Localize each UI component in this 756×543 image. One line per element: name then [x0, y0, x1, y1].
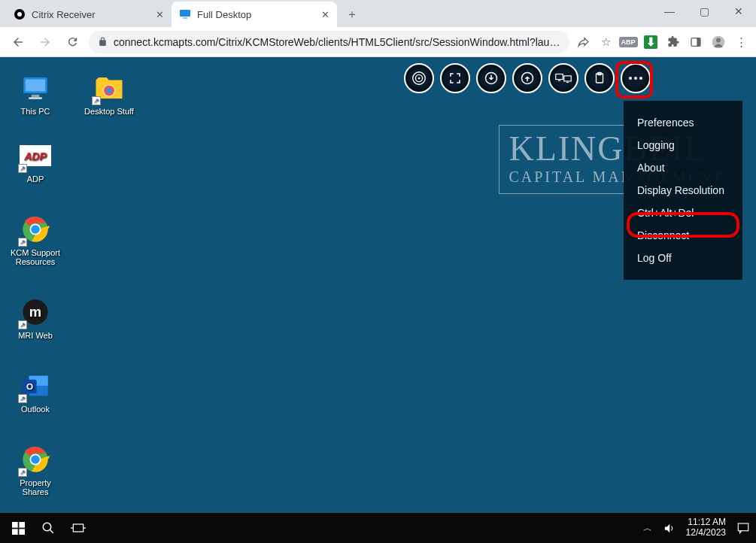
svg-rect-2: [180, 10, 190, 17]
svg-rect-5: [697, 38, 700, 46]
clock-time: 11:12 AM: [686, 517, 726, 528]
tab-strip: Citrix Receiver ✕ Full Desktop ✕ ＋: [6, 0, 363, 27]
desktop-icon-this-pc[interactable]: This PC: [9, 72, 62, 116]
clipboard-icon[interactable]: [584, 63, 615, 93]
icon-label: KCM Support Resources: [9, 248, 62, 266]
desktop-icons-row: This PC ↗ Desktop Stuff: [9, 72, 135, 116]
svg-rect-3: [183, 17, 187, 19]
desktop-icons-column: ADP ↗ ADP ↗ KCM Support Resources m ↗ MR…: [9, 140, 62, 496]
desktop-icon-outlook[interactable]: O ↗ Outlook: [9, 370, 62, 414]
svg-point-47: [43, 523, 51, 531]
download-icon[interactable]: [476, 63, 506, 93]
mri-icon: m ↗: [20, 296, 51, 328]
menu-display-resolution[interactable]: Display Resolution: [624, 179, 742, 202]
svg-line-48: [50, 529, 53, 533]
tab-label: Full Desktop: [197, 9, 251, 20]
outlook-icon: O ↗: [20, 370, 51, 402]
svg-text:ADP: ADP: [23, 150, 47, 162]
toolbar-extensions: ☆ ABP ⬇ ⋮: [575, 35, 748, 50]
this-pc-icon: [20, 72, 51, 104]
citrix-favicon-icon: [14, 8, 26, 20]
shortcut-arrow-icon: ↗: [18, 394, 27, 403]
icon-label: Outlook: [21, 405, 50, 414]
new-tab-button[interactable]: ＋: [342, 4, 363, 25]
action-center-icon[interactable]: [736, 521, 750, 535]
close-window-button[interactable]: ✕: [721, 0, 756, 23]
svg-text:m: m: [29, 304, 41, 320]
svg-text:O: O: [26, 381, 33, 391]
svg-rect-9: [26, 80, 45, 92]
icon-label: MRI Web: [18, 331, 53, 340]
shortcut-arrow-icon: ↗: [18, 320, 27, 329]
remote-desktop-viewport: This PC ↗ Desktop Stuff ADP ↗ ADP ↗ KCM …: [0, 57, 756, 543]
svg-rect-35: [564, 76, 571, 81]
windows-taskbar: ︿ 11:12 AM 12/4/2023: [0, 513, 756, 543]
svg-point-1: [17, 12, 22, 17]
svg-point-14: [107, 88, 112, 93]
reload-button[interactable]: [62, 32, 83, 53]
desktop-icon-kcm-support[interactable]: ↗ KCM Support Resources: [9, 214, 62, 266]
svg-rect-45: [12, 529, 18, 535]
multi-monitor-icon[interactable]: [548, 63, 578, 93]
icon-label: Property Shares: [9, 478, 62, 496]
omnibox[interactable]: connect.kcmapts.com/Citrix/KCMStoreWeb/c…: [89, 31, 569, 53]
svg-rect-10: [32, 95, 40, 98]
extensions-puzzle-icon[interactable]: [666, 35, 681, 50]
maximize-button[interactable]: ▢: [687, 0, 721, 23]
speaker-icon[interactable]: [663, 522, 676, 535]
citrix-more-menu: Preferences Logging About Display Resolu…: [624, 101, 742, 280]
menu-logging[interactable]: Logging: [624, 134, 742, 156]
menu-preferences[interactable]: Preferences: [624, 111, 742, 134]
svg-point-28: [31, 455, 40, 464]
abp-extension-icon[interactable]: ABP: [621, 35, 636, 50]
tab-full-desktop[interactable]: Full Desktop ✕: [172, 2, 337, 27]
folder-chrome-icon: ↗: [93, 72, 125, 104]
desktop-icon-mri-web[interactable]: m ↗ MRI Web: [9, 296, 62, 340]
forward-button[interactable]: [35, 32, 56, 53]
tray-chevron-icon[interactable]: ︿: [643, 522, 652, 535]
system-clock[interactable]: 11:12 AM 12/4/2023: [686, 517, 726, 538]
share-icon[interactable]: [575, 35, 591, 50]
annotation-more-highlight: [615, 61, 653, 99]
svg-point-31: [418, 77, 421, 80]
svg-rect-49: [73, 524, 83, 532]
chrome-icon: ↗: [20, 444, 51, 475]
minimize-button[interactable]: —: [652, 0, 687, 23]
shortcut-arrow-icon: ↗: [18, 164, 27, 173]
svg-rect-34: [556, 74, 563, 80]
search-icon[interactable]: [41, 520, 56, 535]
download-extension-icon[interactable]: ⬇: [643, 35, 658, 50]
clock-date: 12/4/2023: [686, 528, 726, 538]
citrix-home-icon[interactable]: [404, 63, 434, 93]
side-panel-icon[interactable]: [688, 35, 703, 50]
icon-label: This PC: [20, 107, 50, 116]
tab-label: Citrix Receiver: [32, 9, 96, 20]
window-controls: — ▢ ✕: [652, 0, 756, 23]
close-icon[interactable]: ✕: [156, 9, 164, 20]
icon-label: ADP: [27, 174, 44, 184]
star-icon[interactable]: ☆: [598, 35, 613, 50]
url-text: connect.kcmapts.com/Citrix/KCMStoreWeb/c…: [114, 36, 560, 48]
profile-avatar-icon[interactable]: [711, 35, 726, 50]
shortcut-arrow-icon: ↗: [18, 468, 27, 477]
monitor-favicon-icon: [179, 8, 191, 20]
svg-point-7: [716, 38, 721, 42]
fullscreen-icon[interactable]: [440, 63, 470, 93]
svg-rect-43: [12, 522, 18, 528]
tab-citrix-receiver[interactable]: Citrix Receiver ✕: [6, 2, 172, 27]
chrome-menu-icon[interactable]: ⋮: [733, 35, 748, 50]
menu-about[interactable]: About: [624, 156, 742, 179]
start-button[interactable]: [11, 520, 26, 535]
svg-rect-11: [29, 97, 42, 99]
back-button[interactable]: [8, 32, 29, 53]
task-view-icon[interactable]: [71, 520, 86, 535]
desktop-icon-adp[interactable]: ADP ↗ ADP: [9, 140, 62, 184]
desktop-icon-desktop-stuff[interactable]: ↗ Desktop Stuff: [83, 72, 135, 116]
desktop-icon-property-shares[interactable]: ↗ Property Shares: [9, 444, 62, 496]
menu-logoff[interactable]: Log Off: [624, 247, 742, 269]
citrix-toolbar: [404, 63, 651, 93]
close-icon[interactable]: ✕: [321, 9, 329, 20]
svg-rect-44: [19, 522, 25, 528]
address-bar-row: connect.kcmapts.com/Citrix/KCMStoreWeb/c…: [0, 27, 756, 57]
upload-icon[interactable]: [512, 63, 542, 93]
